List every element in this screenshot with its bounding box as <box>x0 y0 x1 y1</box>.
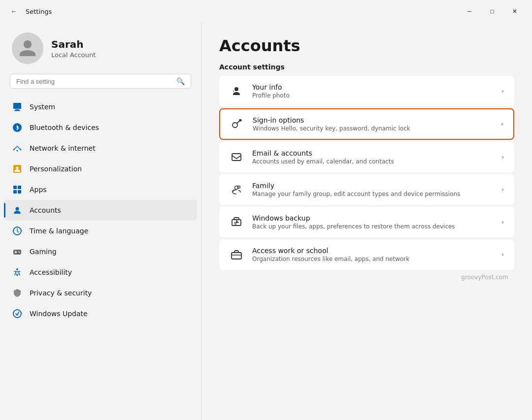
app-container: Sarah Local Account 🔍 <box>0 23 532 420</box>
svg-point-17 <box>13 310 21 318</box>
page-title: Accounts <box>219 36 514 55</box>
svg-point-14 <box>18 251 19 252</box>
sidebar-item-accounts[interactable]: Accounts <box>4 200 197 221</box>
svg-rect-7 <box>13 186 17 189</box>
svg-rect-1 <box>15 109 19 110</box>
card-title-backup: Windows backup <box>252 214 493 222</box>
family-icon <box>230 183 243 196</box>
svg-point-18 <box>234 87 238 91</box>
card-backup[interactable]: Windows backup Back up your files, apps,… <box>219 207 514 237</box>
email-icon <box>230 150 243 164</box>
minimize-button[interactable]: ─ <box>458 3 481 19</box>
card-title-family: Family <box>252 182 493 190</box>
back-button[interactable]: ← <box>6 3 22 19</box>
sidebar-item-label-personalization: Personalization <box>30 165 82 173</box>
svg-point-15 <box>19 252 20 253</box>
svg-rect-20 <box>232 154 241 161</box>
search-input[interactable] <box>16 78 172 85</box>
chevron-icon-work-school: › <box>501 251 504 258</box>
apps-icon <box>12 184 23 195</box>
svg-rect-2 <box>14 110 20 111</box>
card-title-work-school: Access work or school <box>252 247 493 255</box>
search-box: 🔍 <box>10 74 191 89</box>
card-title-sign-in: Sign-in options <box>253 116 492 124</box>
svg-point-4 <box>17 150 18 152</box>
sidebar-item-privacy[interactable]: Privacy & security <box>4 283 197 303</box>
sidebar-item-label-network: Network & internet <box>30 144 96 152</box>
section-title: Account settings <box>219 63 514 71</box>
sidebar-item-label-apps: Apps <box>30 186 47 194</box>
maximize-button[interactable]: □ <box>481 3 503 19</box>
chevron-icon-your-info: › <box>501 88 504 95</box>
sidebar-item-label-update: Windows Update <box>30 310 88 318</box>
sidebar-item-label-bluetooth: Bluetooth & devices <box>30 124 99 131</box>
privacy-icon <box>12 288 23 298</box>
sidebar-item-personalization[interactable]: Personalization <box>4 159 197 179</box>
card-title-your-info: Your info <box>252 83 493 91</box>
backup-icon <box>230 215 243 229</box>
card-text-your-info: Your info Profile photo <box>252 83 493 99</box>
svg-point-6 <box>16 167 19 169</box>
card-work-school[interactable]: Access work or school Organization resou… <box>219 239 514 270</box>
svg-point-16 <box>16 268 18 270</box>
chevron-icon-backup: › <box>501 219 504 226</box>
card-subtitle-email: Accounts used by email, calendar, and co… <box>252 158 493 165</box>
sidebar-item-gaming[interactable]: Gaming <box>4 241 197 262</box>
card-text-sign-in: Sign-in options Windows Hello, security … <box>253 116 492 132</box>
key-icon <box>230 117 244 131</box>
sidebar-item-system[interactable]: System <box>4 97 197 117</box>
card-subtitle-your-info: Profile photo <box>252 92 493 99</box>
titlebar: ← Settings ─ □ ✕ <box>0 0 532 23</box>
sidebar-item-update[interactable]: Windows Update <box>4 303 197 324</box>
svg-point-11 <box>16 207 19 211</box>
sidebar-item-label-privacy: Privacy & security <box>30 289 92 297</box>
card-title-email: Email & accounts <box>252 149 493 157</box>
card-subtitle-work-school: Organization resources like email, apps,… <box>252 256 493 262</box>
sidebar-item-label-system: System <box>30 103 55 111</box>
sidebar-item-accessibility[interactable]: Accessibility <box>4 262 197 283</box>
close-button[interactable]: ✕ <box>503 3 526 19</box>
user-type: Local Account <box>51 51 96 59</box>
user-profile[interactable]: Sarah Local Account <box>0 23 201 72</box>
avatar <box>12 32 43 64</box>
card-text-backup: Windows backup Back up your files, apps,… <box>252 214 493 230</box>
sidebar-item-apps[interactable]: Apps <box>4 179 197 200</box>
svg-rect-0 <box>13 103 21 109</box>
update-icon <box>12 308 23 319</box>
sidebar-item-label-time: Time & language <box>30 227 88 235</box>
svg-rect-9 <box>13 190 17 194</box>
sidebar-item-label-gaming: Gaming <box>30 248 57 256</box>
accessibility-icon <box>12 267 23 278</box>
card-email[interactable]: Email & accounts Accounts used by email,… <box>219 142 514 172</box>
briefcase-icon <box>230 248 243 261</box>
sidebar: Sarah Local Account 🔍 <box>0 23 201 420</box>
card-text-email: Email & accounts Accounts used by email,… <box>252 149 493 165</box>
card-subtitle-family: Manage your family group, edit account t… <box>252 191 493 197</box>
chevron-icon-family: › <box>501 186 504 193</box>
user-info: Sarah Local Account <box>51 38 96 59</box>
system-icon <box>12 101 23 112</box>
watermark: groovyPost.com <box>219 272 514 283</box>
search-icon: 🔍 <box>176 77 185 85</box>
sidebar-item-bluetooth[interactable]: Bluetooth & devices <box>4 117 197 138</box>
window-controls: ─ □ ✕ <box>458 3 526 19</box>
nav-list: System Bluetooth & devices <box>0 95 201 326</box>
svg-rect-24 <box>232 253 241 259</box>
sidebar-item-network[interactable]: Network & internet <box>4 138 197 159</box>
svg-point-22 <box>238 186 240 189</box>
card-text-work-school: Access work or school Organization resou… <box>252 247 493 262</box>
personalization-icon <box>12 163 23 174</box>
app-title: Settings <box>26 8 52 15</box>
card-family[interactable]: Family Manage your family group, edit ac… <box>219 174 514 205</box>
svg-rect-10 <box>18 190 21 194</box>
sidebar-item-time[interactable]: Time & language <box>4 221 197 241</box>
network-icon <box>12 143 23 154</box>
card-your-info[interactable]: Your info Profile photo › <box>219 76 514 106</box>
card-text-family: Family Manage your family group, edit ac… <box>252 182 493 197</box>
card-subtitle-backup: Back up your files, apps, preferences to… <box>252 223 493 230</box>
main-content: Accounts Account settings Your info Prof… <box>201 23 532 420</box>
sidebar-item-label-accessibility: Accessibility <box>30 268 72 276</box>
gaming-icon <box>12 246 23 257</box>
card-sign-in[interactable]: Sign-in options Windows Hello, security … <box>219 108 514 140</box>
time-icon <box>12 226 23 236</box>
